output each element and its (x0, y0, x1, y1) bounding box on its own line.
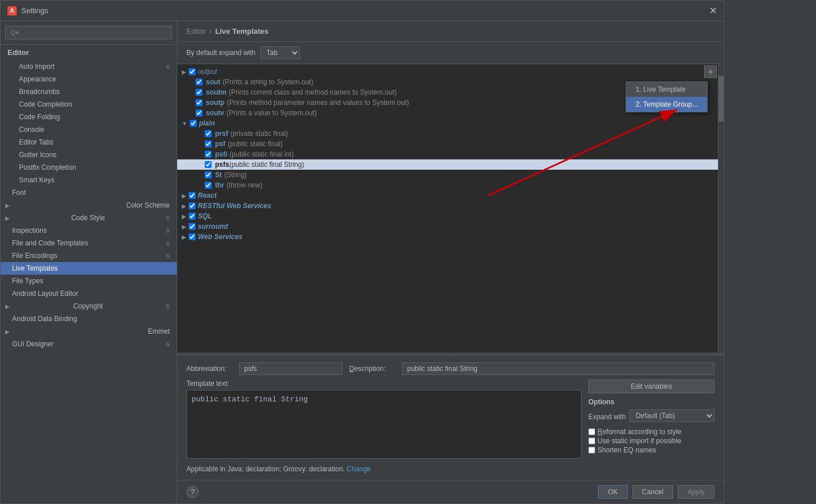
search-input[interactable] (5, 26, 172, 40)
template-text-area[interactable]: <span class="code-keyword">public static… (186, 390, 581, 459)
group-label-web-services: Web Services (198, 233, 243, 241)
sidebar-item-gutter-icons[interactable]: Gutter Icons (1, 149, 177, 161)
chevron-right-icon: ▶ (182, 203, 186, 209)
panel-header: Editor › Live Templates (177, 21, 724, 42)
group-checkbox-surround[interactable] (189, 223, 196, 230)
reformat-option-row: Reformat according to style (588, 428, 715, 436)
chevron-right-icon: ▶ (182, 234, 186, 240)
template-item-psfs[interactable]: psfs (public static final String) (177, 159, 718, 170)
apply-button[interactable]: Apply (678, 485, 715, 499)
collapse-icon-plain: ▼ (182, 120, 188, 127)
group-header-plain[interactable]: ▼ plain (177, 118, 718, 128)
abbreviation-input[interactable] (239, 362, 342, 375)
template-item-thr[interactable]: thr (throw new) (177, 180, 718, 190)
template-checkbox-soutm[interactable] (196, 89, 202, 96)
group-header-output[interactable]: ▶ output (177, 67, 718, 77)
sidebar-item-inspections[interactable]: Inspections ⎘ (1, 224, 177, 237)
reformat-checkbox[interactable] (588, 428, 595, 435)
group-label: output (198, 68, 217, 76)
window-title: Settings (21, 6, 709, 15)
chevron-right-icon: ▶ (182, 224, 186, 230)
group-header-web-services[interactable]: ▶ Web Services (177, 232, 718, 242)
sidebar-item-appearance[interactable]: Appearance (1, 73, 177, 85)
shorten-eq-checkbox[interactable] (588, 447, 595, 454)
ok-button[interactable]: OK (598, 485, 627, 499)
sidebar-item-smart-keys[interactable]: Smart Keys (1, 174, 177, 186)
template-checkbox-st[interactable] (205, 171, 212, 178)
static-import-label: Use static import if possible (598, 437, 681, 445)
template-checkbox-soutp[interactable] (196, 99, 202, 106)
sidebar-item-code-completion[interactable]: Code Completion (1, 98, 177, 111)
template-checkbox-psfs[interactable] (205, 161, 212, 168)
scroll-thumb[interactable] (719, 76, 724, 122)
group-header-sql[interactable]: ▶ SQL (177, 211, 718, 221)
sidebar-item-code-style[interactable]: ▶ Code Style ⎘ (1, 212, 177, 224)
sidebar-item-android-layout-editor[interactable]: Android Layout Editor (1, 287, 177, 300)
chevron-right-icon: ▶ (182, 213, 186, 220)
template-checkbox-prsf[interactable] (205, 130, 212, 137)
sidebar-item-emmet[interactable]: ▶ Emmet (1, 325, 177, 338)
sidebar-item-postfix-completion[interactable]: Postfix Completion (1, 161, 177, 174)
dropdown-item-template-group[interactable]: 2. Template Group... (626, 97, 707, 112)
close-button[interactable]: ✕ (709, 5, 717, 16)
template-checkbox-sout[interactable] (196, 79, 202, 85)
template-text-right: Edit variables Options Expand with Defau… (588, 380, 715, 460)
template-checkbox-soutv[interactable] (196, 110, 202, 116)
sidebar-item-color-scheme[interactable]: ▶ Color Scheme (1, 199, 177, 212)
chevron-right-icon: ▶ (5, 202, 10, 209)
sidebar-item-editor-tabs[interactable]: Editor Tabs (1, 136, 177, 149)
group-header-restful[interactable]: ▶ RESTful Web Services (177, 201, 718, 211)
sidebar-item-gui-designer[interactable]: GUI Designer ⎘ (1, 338, 177, 350)
sidebar-item-auto-import[interactable]: Auto Import ⎘ (1, 60, 177, 73)
cancel-button[interactable]: Cancel (633, 485, 673, 499)
shorten-eq-label: Shorten EQ names (598, 446, 656, 454)
sidebar-item-file-code-templates[interactable]: File and Code Templates ⎘ (1, 237, 177, 249)
description-input[interactable] (402, 362, 715, 375)
template-text-label: Template text: (186, 380, 581, 388)
template-group-output: ▶ output (177, 67, 718, 77)
editor-section-header: Editor (1, 45, 177, 60)
app-icon: A (7, 6, 17, 15)
group-checkbox-output[interactable] (189, 68, 196, 75)
sidebar-item-copyright[interactable]: ▶ Copyright ⎘ (1, 300, 177, 312)
static-import-checkbox[interactable] (588, 437, 595, 444)
expand-with-select[interactable]: Tab Enter Space (260, 46, 300, 59)
collapse-icon: ▶ (182, 69, 186, 75)
group-checkbox-react[interactable] (189, 192, 196, 199)
expand-with-option-select[interactable]: Default (Tab) Tab Enter Space (629, 409, 715, 422)
sidebar-tree: Editor Auto Import ⎘ Appearance Breadcru… (1, 45, 177, 503)
template-checkbox-thr[interactable] (205, 182, 212, 189)
group-header-react[interactable]: ▶ React (177, 190, 718, 201)
add-template-button[interactable]: + (704, 65, 717, 78)
group-checkbox-web-services[interactable] (189, 233, 196, 240)
group-checkbox-restful[interactable] (189, 202, 196, 209)
template-item-st[interactable]: St (String) (177, 170, 718, 180)
group-header-surround[interactable]: ▶ surround (177, 221, 718, 232)
dropdown-item-live-template[interactable]: 1. Live Template (626, 82, 707, 97)
template-checkbox-psfi[interactable] (205, 151, 212, 158)
chevron-right-icon: ▶ (5, 303, 10, 310)
copy-icon: ⎘ (166, 215, 170, 221)
help-button[interactable]: ? (186, 486, 199, 498)
shorten-eq-option-row: Shorten EQ names (588, 446, 715, 454)
sidebar-item-file-types[interactable]: File Types (1, 275, 177, 287)
sidebar-item-android-data-binding[interactable]: Android Data Binding (1, 312, 177, 325)
sidebar-item-font[interactable]: Font (1, 186, 177, 199)
detail-panel: Abbreviation: Description: Template text… (177, 355, 724, 480)
template-item-prsf[interactable]: prsf (private static final) (177, 128, 718, 139)
template-item-psfi[interactable]: psfi (public static final int) (177, 149, 718, 159)
applicable-change-link[interactable]: Change (347, 465, 371, 473)
sidebar-item-file-encodings[interactable]: File Encodings ⎘ (1, 249, 177, 262)
sidebar-item-breadcrumbs[interactable]: Breadcrumbs (1, 85, 177, 98)
group-checkbox-plain[interactable] (190, 120, 197, 127)
sidebar-item-live-templates[interactable]: Live Templates (1, 262, 177, 275)
group-checkbox-sql[interactable] (189, 213, 196, 220)
applicable-text: Applicable in Java: declaration; Groovy:… (186, 465, 347, 473)
edit-variables-button[interactable]: Edit variables (588, 380, 715, 393)
template-checkbox-psf[interactable] (205, 140, 212, 147)
options-section: Options Expand with Default (Tab) Tab En… (588, 398, 715, 455)
templates-scrollbar[interactable] (718, 64, 724, 353)
template-item-psf[interactable]: psf (public static final) (177, 139, 718, 149)
sidebar-item-code-folding[interactable]: Code Folding (1, 111, 177, 123)
sidebar-item-console[interactable]: Console (1, 123, 177, 136)
